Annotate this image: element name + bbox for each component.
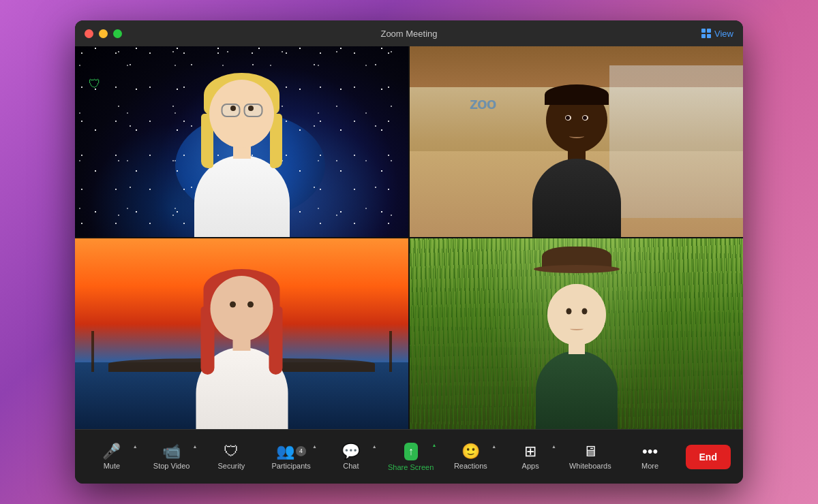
video-icon: 📹 (162, 444, 181, 459)
chat-icon: 💬 (342, 444, 360, 459)
share-screen-icon: ↑ (408, 445, 414, 458)
end-button[interactable]: End (686, 445, 731, 469)
grid-icon (701, 29, 711, 38)
close-button[interactable] (85, 29, 93, 38)
bridge-tower-r (389, 331, 392, 372)
participants-button[interactable]: ▲ 👥 4 Participants (261, 439, 321, 475)
participant-bg-3 (75, 238, 408, 429)
apps-label: Apps (522, 462, 539, 470)
stop-video-chevron[interactable]: ▲ (193, 444, 198, 449)
apps-icon: ⊞ (524, 444, 536, 459)
avatar-1 (194, 80, 290, 237)
bridge-tower-l (91, 331, 94, 372)
reactions-button[interactable]: ▲ 🙂 Reactions (441, 439, 501, 475)
whiteboards-icon: 🖥 (583, 444, 598, 459)
whiteboards-button[interactable]: 🖥 Whiteboards (560, 439, 620, 475)
more-button[interactable]: ••• More (620, 439, 680, 475)
security-badge: 🛡 (89, 77, 101, 91)
participants-icon-wrap: 👥 4 (276, 444, 306, 459)
participants-count: 4 (296, 446, 306, 456)
reactions-icon: 🙂 (461, 444, 480, 459)
avatar-3 (196, 276, 288, 429)
share-screen-button[interactable]: ▲ ↑ Share Screen (381, 437, 441, 477)
participant-cell-2[interactable]: zoo (410, 46, 743, 237)
avatar-2 (532, 88, 621, 237)
participant-cell-1[interactable] (75, 46, 408, 237)
view-label: View (714, 29, 733, 39)
avatar-4 (536, 284, 618, 429)
more-label: More (641, 462, 658, 470)
stop-video-button[interactable]: ▲ 📹 Stop Video (142, 439, 202, 475)
participant-bg-4 (410, 238, 743, 429)
security-label: Security (218, 462, 245, 470)
microphone-icon: 🎤 (102, 444, 121, 459)
participants-chevron[interactable]: ▲ (312, 444, 317, 449)
mute-button[interactable]: ▲ 🎤 Mute (82, 439, 142, 475)
video-grid: 🛡 (75, 46, 743, 429)
whiteboards-label: Whiteboards (569, 462, 611, 470)
stop-video-label: Stop Video (153, 462, 190, 470)
chat-button[interactable]: ▲ 💬 Chat (321, 439, 381, 475)
share-screen-chevron[interactable]: ▲ (432, 443, 437, 447)
participant-bg-2: zoo (410, 46, 743, 237)
zoom-sign: zoo (470, 94, 496, 113)
participants-label: Participants (271, 462, 310, 470)
reactions-chevron[interactable]: ▲ (491, 444, 496, 449)
share-screen-label: Share Screen (388, 463, 434, 471)
apps-button[interactable]: ▲ ⊞ Apps (500, 439, 560, 475)
more-icon: ••• (642, 444, 658, 459)
zoom-window: Zoom Meeting View 🛡 (75, 20, 743, 484)
maximize-button[interactable] (113, 29, 122, 38)
reactions-label: Reactions (454, 462, 487, 470)
titlebar: Zoom Meeting View (75, 20, 743, 46)
participant-cell-4[interactable] (410, 238, 743, 429)
traffic-lights (85, 29, 122, 38)
window-title: Zoom Meeting (380, 29, 437, 39)
mute-label: Mute (104, 462, 120, 470)
participant-cell-3[interactable] (75, 238, 408, 429)
minimize-button[interactable] (99, 29, 108, 38)
apps-chevron[interactable]: ▲ (551, 444, 556, 449)
chat-chevron[interactable]: ▲ (372, 444, 377, 449)
mute-chevron[interactable]: ▲ (133, 444, 138, 449)
participant-bg-1 (75, 46, 408, 237)
view-button[interactable]: View (701, 29, 733, 39)
shield-icon: 🛡 (224, 444, 239, 459)
participants-icon: 👥 (276, 444, 294, 459)
window-light (609, 65, 743, 218)
chat-label: Chat (343, 462, 359, 470)
share-screen-icon-wrap: ↑ (404, 443, 418, 460)
security-button[interactable]: 🛡 Security (202, 439, 262, 475)
toolbar: ▲ 🎤 Mute ▲ 📹 Stop Video 🛡 Security ▲ 👥 4… (75, 429, 743, 484)
